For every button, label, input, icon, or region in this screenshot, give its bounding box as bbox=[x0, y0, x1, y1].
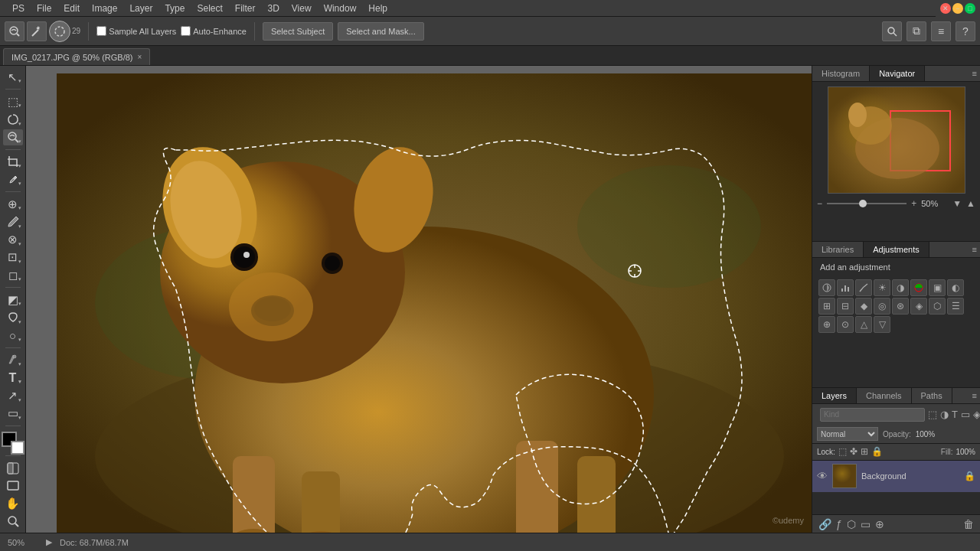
layer-row-background[interactable]: 👁 Background 🔒 bbox=[812, 461, 980, 493]
eyedropper-tool[interactable]: ▾ bbox=[3, 171, 23, 187]
levels-icon[interactable] bbox=[837, 279, 854, 296]
nav-zoom-out-btn[interactable]: − bbox=[817, 198, 822, 209]
tab-close-btn[interactable]: × bbox=[138, 53, 142, 61]
quick-select-tool-left[interactable]: ▾ bbox=[3, 129, 23, 145]
gradient-tool[interactable]: ◩▾ bbox=[3, 292, 23, 308]
channel-mixer-icon[interactable]: ⊟ bbox=[837, 298, 854, 315]
menu-filter[interactable]: Filter bbox=[229, 2, 262, 15]
screen-mode-tool[interactable] bbox=[3, 478, 23, 494]
gradient-fill-icon[interactable]: ⊙ bbox=[837, 316, 854, 333]
layer-pixel-icon[interactable]: ⬚ bbox=[928, 408, 937, 422]
nav-zoom-slider[interactable] bbox=[827, 203, 906, 204]
pattern-fill-icon[interactable]: △ bbox=[855, 316, 872, 333]
lasso-tool[interactable]: ▾ bbox=[3, 111, 23, 127]
menu-3d[interactable]: 3D bbox=[261, 2, 285, 15]
brightness-contrast-icon[interactable] bbox=[818, 279, 835, 296]
status-info-arrow[interactable]: ▶ bbox=[46, 537, 52, 547]
menu-view[interactable]: View bbox=[286, 2, 318, 15]
histogram-tab[interactable]: Histogram bbox=[812, 66, 870, 81]
nav-zoom-up-btn[interactable]: ▲ bbox=[966, 198, 975, 209]
arrange-btn[interactable]: ⧉ bbox=[906, 21, 926, 41]
history-brush-tool[interactable]: ⊡▾ bbox=[3, 249, 23, 266]
lock-artboard-icon[interactable]: ⊞ bbox=[861, 446, 868, 457]
layers-tab[interactable]: Layers bbox=[812, 388, 857, 403]
menu-ps[interactable]: PS bbox=[6, 2, 31, 15]
paths-tab[interactable]: Paths bbox=[912, 388, 952, 403]
select-and-mask-btn[interactable]: Select and Mask... bbox=[338, 22, 424, 41]
eraser-tool[interactable]: ◻▾ bbox=[3, 267, 23, 283]
blending-mode-select[interactable]: Normal bbox=[817, 427, 878, 441]
window-maximize-btn[interactable]: □ bbox=[965, 3, 975, 14]
color-swatches[interactable] bbox=[2, 432, 24, 451]
menu-window[interactable]: Window bbox=[318, 2, 363, 15]
menu-edit[interactable]: Edit bbox=[57, 2, 86, 15]
search-btn[interactable] bbox=[882, 21, 902, 41]
layer-visibility-icon[interactable]: 👁 bbox=[817, 470, 828, 482]
lock-all-icon[interactable]: 🔒 bbox=[871, 446, 883, 457]
layer-name[interactable]: Background bbox=[861, 471, 959, 481]
layer-kind-input[interactable] bbox=[820, 408, 925, 422]
adj-panel-menu[interactable]: ≡ bbox=[972, 245, 977, 254]
workspace-btn[interactable]: ≡ bbox=[931, 21, 951, 41]
layers-panel-menu[interactable]: ≡ bbox=[972, 391, 977, 400]
menu-file[interactable]: File bbox=[31, 2, 57, 15]
smart-object-icon[interactable]: ▽ bbox=[874, 316, 890, 333]
libraries-tab[interactable]: Libraries bbox=[812, 242, 864, 257]
menu-layer[interactable]: Layer bbox=[123, 2, 158, 15]
delete-layer-btn[interactable]: 🗑 bbox=[963, 518, 974, 530]
document-tab[interactable]: IMG_0217.JPG @ 50% (RGB/8) × bbox=[3, 48, 150, 65]
new-group-btn[interactable]: ▭ bbox=[861, 518, 871, 530]
solid-color-icon[interactable]: ⊕ bbox=[818, 316, 835, 333]
gradient-map-icon[interactable]: ⬡ bbox=[929, 298, 946, 315]
menu-select[interactable]: Select bbox=[191, 2, 228, 15]
sample-all-layers-input[interactable] bbox=[96, 26, 106, 36]
window-minimize-btn[interactable]: − bbox=[952, 3, 963, 14]
channels-tab[interactable]: Channels bbox=[857, 388, 911, 403]
vibrance-icon[interactable]: ◑ bbox=[892, 279, 909, 296]
shape-tool[interactable]: ▭▾ bbox=[3, 406, 23, 422]
layer-smart-icon[interactable]: ◈ bbox=[973, 408, 980, 422]
zoom-tool[interactable] bbox=[3, 514, 23, 530]
bw-icon[interactable]: ◐ bbox=[947, 279, 964, 296]
color-balance-icon[interactable]: ▣ bbox=[929, 279, 946, 296]
add-mask-btn[interactable]: ⬡ bbox=[847, 518, 856, 530]
layer-type-icon[interactable]: T bbox=[952, 408, 958, 422]
healing-tool[interactable]: ⊕▾ bbox=[3, 196, 23, 212]
menu-help[interactable]: Help bbox=[362, 2, 394, 15]
posterize-icon[interactable]: ⊛ bbox=[892, 298, 909, 315]
color-lookup-icon[interactable]: ◆ bbox=[855, 298, 872, 315]
select-rect-tool[interactable]: ⬚▾ bbox=[3, 93, 23, 109]
threshold-icon[interactable]: ◈ bbox=[910, 298, 927, 315]
canvas-area[interactable]: ©udemy bbox=[26, 66, 812, 533]
nav-zoom-down-btn[interactable]: ▼ bbox=[952, 198, 962, 209]
help-btn[interactable]: ? bbox=[956, 21, 975, 41]
nav-zoom-in-btn[interactable]: + bbox=[911, 198, 916, 209]
sample-all-layers-checkbox[interactable]: Sample All Layers bbox=[96, 26, 176, 36]
type-tool[interactable]: T▾ bbox=[3, 370, 23, 386]
magic-wand-btn[interactable] bbox=[27, 21, 47, 41]
menu-type[interactable]: Type bbox=[158, 2, 191, 15]
hsl-icon[interactable] bbox=[910, 279, 927, 296]
menu-image[interactable]: Image bbox=[86, 2, 123, 15]
move-tool[interactable]: ↖▾ bbox=[3, 69, 23, 85]
quick-mask-tool[interactable] bbox=[3, 460, 23, 476]
pen-tool[interactable]: ▾ bbox=[3, 352, 23, 368]
opacity-value[interactable]: 100% bbox=[916, 430, 936, 439]
crop-tool[interactable]: ▾ bbox=[3, 154, 23, 170]
lock-position-icon[interactable]: ✤ bbox=[850, 446, 858, 457]
adjustments-tab[interactable]: Adjustments bbox=[864, 242, 929, 257]
exposure-icon[interactable]: ☀ bbox=[874, 279, 890, 296]
link-layers-btn[interactable]: 🔗 bbox=[818, 518, 831, 530]
quick-select-btn[interactable] bbox=[5, 21, 24, 41]
auto-enhance-checkbox[interactable]: Auto-Enhance bbox=[181, 26, 247, 36]
dodge-tool[interactable]: ○▾ bbox=[3, 328, 23, 344]
invert-icon[interactable]: ◎ bbox=[874, 298, 890, 315]
new-layer-btn[interactable]: ⊕ bbox=[875, 518, 884, 530]
brush-tool[interactable]: ▾ bbox=[3, 214, 23, 230]
layer-adj-icon[interactable]: ◑ bbox=[940, 408, 949, 422]
blur-tool[interactable]: ▾ bbox=[3, 309, 23, 325]
clone-stamp-tool[interactable]: ⊗▾ bbox=[3, 232, 23, 248]
background-color[interactable] bbox=[11, 441, 24, 455]
auto-enhance-input[interactable] bbox=[181, 26, 191, 36]
select-subject-btn[interactable]: Select Subject bbox=[263, 22, 333, 41]
